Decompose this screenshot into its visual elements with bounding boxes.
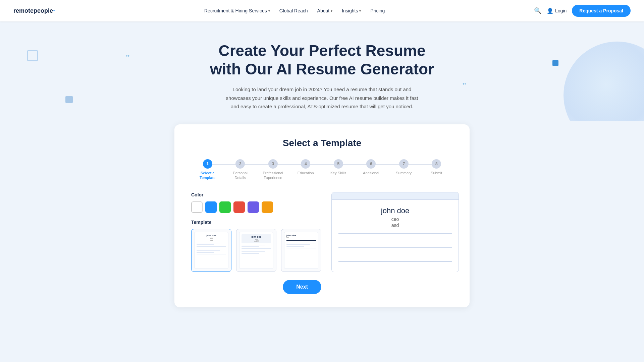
tmpl3-divider3	[286, 243, 316, 243]
search-icon: 🔍	[534, 7, 541, 14]
step-circle-5: 5	[334, 159, 343, 169]
nav-label-recruitment: Recruitment & Hiring Services	[204, 8, 267, 13]
color-swatch-orange[interactable]	[262, 201, 273, 213]
step-8[interactable]: 8 Submit	[420, 159, 453, 175]
nav-label-global: Global Reach	[279, 8, 308, 13]
step-6[interactable]: 6 Additional	[355, 159, 388, 175]
nav-item-about[interactable]: About ▾	[317, 8, 333, 13]
deco-rect-top-right	[552, 60, 558, 66]
preview-top-bar	[332, 192, 459, 200]
template-card-3[interactable]: john doe ceo	[281, 229, 321, 272]
proposal-button[interactable]: Request a Proposal	[572, 5, 631, 17]
tmpl2-name: john doe	[243, 236, 270, 238]
next-btn-wrap: Next	[191, 280, 321, 294]
deco-square-blue	[65, 96, 73, 103]
tmpl3-line2	[286, 246, 304, 247]
step-7[interactable]: 7 Summary	[387, 159, 420, 175]
tmpl1-line2	[197, 244, 214, 245]
color-swatch-red[interactable]	[233, 201, 245, 213]
preview-gap-1	[338, 237, 452, 247]
tmpl2-line2	[241, 246, 259, 247]
step-label-7: Summary	[396, 171, 412, 175]
color-swatch-purple[interactable]	[248, 201, 259, 213]
step-circle-1: 1	[203, 159, 212, 169]
hero-title: Create Your Perfect Resume with Our AI R…	[205, 42, 439, 78]
step-circle-7: 7	[399, 159, 409, 169]
step-label-5: Key Skills	[330, 171, 346, 175]
deco-quote-close: "	[462, 80, 466, 92]
main-card: Select a Template 1 Select aTemplate 2 P…	[174, 124, 470, 308]
preview-divider-1	[338, 233, 452, 234]
nav-item-pricing[interactable]: Pricing	[370, 8, 385, 13]
brand-dot: ·	[53, 6, 55, 15]
step-3[interactable]: 3 ProfessionalExperience	[257, 159, 289, 180]
step-label-1: Select aTemplate	[200, 171, 215, 180]
login-label: Login	[555, 8, 567, 13]
chevron-down-icon: ▾	[268, 9, 270, 13]
template-card-1[interactable]: john doe ceo asd	[191, 229, 231, 272]
search-button[interactable]: 🔍	[534, 7, 541, 14]
step-label-6: Additional	[363, 171, 379, 175]
nav-label-insights: Insights	[342, 8, 358, 13]
deco-quote-open: "	[126, 52, 130, 64]
hero-section: " " Create Your Perfect Resume with Our …	[0, 21, 644, 121]
login-button[interactable]: 👤 Login	[547, 8, 567, 14]
step-1[interactable]: 1 Select aTemplate	[191, 159, 224, 180]
tmpl1-line5	[197, 252, 214, 253]
nav-links: Recruitment & Hiring Services ▾ Global R…	[204, 8, 385, 13]
tmpl1-name: john doe	[197, 234, 226, 237]
user-icon: 👤	[547, 8, 553, 14]
color-label: Color	[191, 192, 321, 197]
step-circle-2: 2	[235, 159, 245, 169]
tmpl1-line4	[197, 250, 220, 251]
left-column: Color Template john doe ceo asd	[191, 192, 321, 294]
nav-item-global[interactable]: Global Reach	[279, 8, 308, 13]
template-grid: john doe ceo asd	[191, 229, 321, 272]
chevron-down-icon-about: ▾	[331, 9, 332, 13]
tmpl2-line4	[241, 251, 265, 252]
nav-item-recruitment[interactable]: Recruitment & Hiring Services ▾	[204, 8, 270, 13]
step-label-3: ProfessionalExperience	[263, 171, 283, 180]
preview-name: john doe	[338, 206, 452, 215]
step-label-8: Submit	[431, 171, 442, 175]
step-progress: 1 Select aTemplate 2 PersonalDetails 3 P…	[191, 159, 453, 180]
step-label-4: Education	[298, 171, 314, 175]
nav-item-insights[interactable]: Insights ▾	[342, 8, 361, 13]
preview-content: john doe ceo asd	[332, 200, 459, 272]
tmpl2-header: john doe ceo asd | |	[241, 234, 271, 243]
next-button[interactable]: Next	[283, 280, 321, 294]
step-5[interactable]: 5 Key Skills	[322, 159, 355, 175]
template-card-2[interactable]: john doe ceo asd | |	[236, 229, 276, 272]
tmpl1-line1	[197, 243, 220, 243]
preview-divider-3	[338, 261, 452, 262]
tmpl1-role: ceo	[197, 237, 226, 239]
step-2[interactable]: 2 PersonalDetails	[224, 159, 257, 180]
tmpl3-role: ceo	[286, 237, 296, 239]
tmpl2-line5	[241, 253, 259, 254]
brand-name-part2: people	[34, 7, 53, 14]
step-4[interactable]: 4 Education	[289, 159, 322, 175]
deco-square-outline	[27, 50, 38, 61]
color-swatch-green[interactable]	[219, 201, 231, 213]
card-title: Select a Template	[191, 138, 453, 148]
brand-logo[interactable]: remotepeople·	[13, 6, 55, 15]
template-mini-3: john doe ceo	[284, 232, 318, 269]
step-label-2: PersonalDetails	[233, 171, 248, 180]
template-label: Template	[191, 220, 321, 225]
nav-label-about: About	[317, 8, 330, 13]
chevron-down-icon-insights: ▾	[359, 9, 361, 13]
color-swatch-white[interactable]	[191, 201, 203, 213]
preview-gap-2	[338, 251, 452, 261]
right-column: john doe ceo asd	[331, 192, 459, 272]
step-circle-4: 4	[301, 159, 310, 169]
tmpl1-line6	[197, 254, 226, 254]
step-circle-8: 8	[432, 159, 441, 169]
tmpl2-line3	[241, 248, 271, 249]
color-swatch-blue[interactable]	[205, 201, 217, 213]
two-col-layout: Color Template john doe ceo asd	[191, 192, 453, 294]
brand-name-part1: remote	[13, 7, 34, 14]
tmpl1-loc: asd	[197, 239, 226, 241]
tmpl2-loc: asd | |	[243, 240, 270, 242]
hero-subtitle: Looking to land your dream job in 2024? …	[221, 85, 423, 111]
tmpl3-name: john doe	[286, 234, 296, 237]
